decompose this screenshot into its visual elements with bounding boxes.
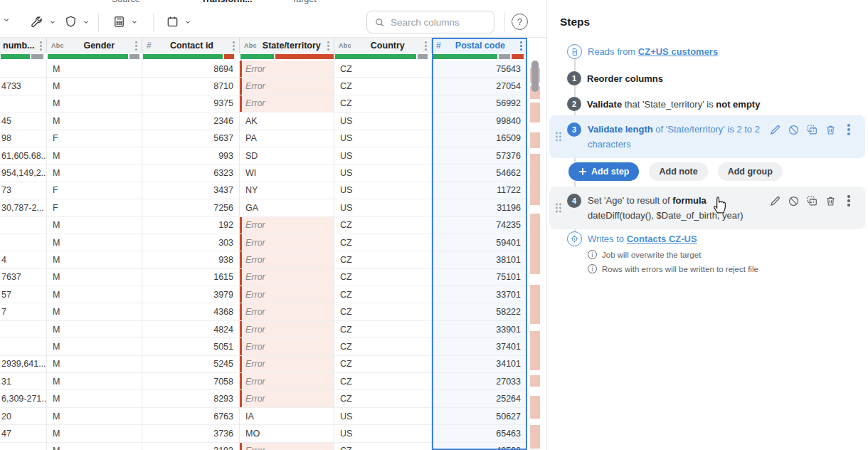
cell-State/territory[interactable]: Error <box>240 95 334 112</box>
cell-numb...[interactable]: 20 <box>0 408 47 425</box>
cell-Postal code[interactable]: 40502 <box>432 443 527 450</box>
duplicate-icon[interactable] <box>805 123 818 136</box>
cell-Country[interactable]: CZ <box>334 78 432 95</box>
cell-Country[interactable]: US <box>334 112 432 130</box>
cell-Gender[interactable]: M <box>47 95 142 112</box>
disable-icon[interactable] <box>787 123 800 136</box>
cell-Postal code[interactable]: 56992 <box>432 95 527 112</box>
cell-numb...[interactable]: 61,605.68... <box>0 147 47 164</box>
cell-Contact id[interactable]: 5051 <box>142 338 240 355</box>
cell-State/territory[interactable]: Error <box>240 373 334 390</box>
cell-Contact id[interactable]: 192 <box>142 217 240 234</box>
cell-State/territory[interactable]: AK <box>240 112 334 130</box>
delete-icon[interactable] <box>824 194 837 207</box>
cell-Gender[interactable]: M <box>47 390 142 407</box>
cell-State/territory[interactable]: Error <box>240 251 334 268</box>
cell-numb...[interactable] <box>0 338 47 355</box>
source-link[interactable]: CZ+US customers <box>638 46 718 57</box>
column-header-numb...[interactable]: numb... <box>0 38 47 53</box>
disable-icon[interactable] <box>787 194 800 207</box>
cell-State/territory[interactable]: Error <box>240 303 334 320</box>
cell-State/territory[interactable]: WI <box>240 164 334 182</box>
cell-Gender[interactable]: M <box>47 147 142 164</box>
help-button[interactable]: ? <box>512 14 528 30</box>
cell-Gender[interactable]: M <box>47 303 142 320</box>
step-write-target[interactable]: Writes to Contacts CZ-US <box>567 231 697 246</box>
step-item-2[interactable]: 2 Validate that 'State_territory' is not… <box>567 97 760 111</box>
cell-Contact id[interactable]: 4824 <box>142 321 240 338</box>
cell-numb...[interactable] <box>0 61 47 78</box>
cell-Postal code[interactable]: 75643 <box>432 61 527 78</box>
cell-Country[interactable]: US <box>334 182 432 199</box>
delete-icon[interactable] <box>824 123 837 136</box>
cell-State/territory[interactable]: GA <box>240 199 334 216</box>
add-note-button[interactable]: Add note <box>649 162 707 181</box>
cell-Contact id[interactable]: 7058 <box>142 373 240 390</box>
chevron-down-icon[interactable] <box>1 15 11 25</box>
cell-Country[interactable]: CZ <box>334 286 432 303</box>
cell-State/territory[interactable]: Error <box>240 356 334 373</box>
cell-State/territory[interactable]: IA <box>240 408 334 425</box>
cell-Country[interactable]: CZ <box>334 95 432 112</box>
cell-Postal code[interactable]: 58222 <box>432 303 527 320</box>
add-step-button[interactable]: Add step <box>568 162 639 181</box>
cell-State/territory[interactable]: Error <box>240 443 334 450</box>
cell-Contact id[interactable]: 938 <box>142 251 240 268</box>
cell-Contact id[interactable]: 7256 <box>142 199 240 216</box>
cell-Postal code[interactable]: 37401 <box>432 338 527 355</box>
cell-numb...[interactable]: 45 <box>0 112 47 130</box>
cell-Country[interactable]: CZ <box>334 373 432 390</box>
cell-Gender[interactable]: M <box>47 251 142 268</box>
column-menu-icon[interactable] <box>517 41 524 51</box>
cell-Postal code[interactable]: 31196 <box>432 199 527 216</box>
cell-Postal code[interactable]: 99840 <box>432 112 527 130</box>
validation-menu-button[interactable] <box>64 15 90 28</box>
add-group-button[interactable]: Add group <box>718 162 783 181</box>
cell-numb...[interactable]: 6,309-271... <box>0 390 47 407</box>
cell-Country[interactable]: CZ <box>334 338 432 355</box>
cell-numb...[interactable]: 4 <box>0 251 47 268</box>
cell-numb...[interactable]: 31 <box>0 373 47 390</box>
cell-numb...[interactable] <box>0 443 47 450</box>
cell-Postal code[interactable]: 33901 <box>432 321 527 338</box>
cell-numb...[interactable]: 2939,641... <box>0 356 47 373</box>
cell-Gender[interactable]: M <box>47 78 142 95</box>
cell-Postal code[interactable]: 11722 <box>432 182 527 199</box>
cell-Country[interactable]: US <box>334 408 432 425</box>
cell-Gender[interactable]: M <box>47 408 142 425</box>
cell-Country[interactable]: CZ <box>334 443 432 450</box>
column-header-Gender[interactable]: AbcGender <box>47 38 142 53</box>
cell-Gender[interactable]: M <box>47 321 142 338</box>
cell-numb...[interactable]: 47 <box>0 425 47 442</box>
cell-Country[interactable]: US <box>334 147 432 164</box>
tools-menu-button[interactable] <box>30 15 57 29</box>
cell-State/territory[interactable]: Error <box>240 269 334 286</box>
cell-State/territory[interactable]: NY <box>240 182 334 199</box>
cell-Postal code[interactable]: 50627 <box>432 408 527 425</box>
cell-Gender[interactable]: M <box>47 269 142 286</box>
cell-Postal code[interactable]: 59401 <box>432 234 527 251</box>
column-menu-icon[interactable] <box>324 41 332 51</box>
cell-Postal code[interactable]: 25264 <box>432 390 527 407</box>
cell-Postal code[interactable]: 27033 <box>432 373 527 390</box>
cell-numb...[interactable]: 98 <box>0 130 47 147</box>
cell-Gender[interactable]: F <box>47 182 142 199</box>
nav-target-label[interactable]: Target <box>292 0 317 4</box>
column-header-Contact id[interactable]: #Contact id <box>142 38 240 53</box>
date-menu-button[interactable] <box>166 15 192 28</box>
grid-scrollbar[interactable] <box>530 61 541 450</box>
cell-numb...[interactable] <box>0 321 47 338</box>
cell-Contact id[interactable]: 2346 <box>142 112 240 130</box>
cell-numb...[interactable] <box>0 234 47 251</box>
cell-Postal code[interactable]: 34101 <box>432 356 527 373</box>
cell-Contact id[interactable]: 8710 <box>142 78 240 95</box>
cell-Postal code[interactable]: 74235 <box>432 217 527 234</box>
cell-Gender[interactable]: M <box>47 217 142 234</box>
cell-Contact id[interactable]: 8694 <box>142 61 240 78</box>
column-menu-icon[interactable] <box>132 41 139 51</box>
target-link[interactable]: Contacts CZ-US <box>627 234 697 244</box>
cell-Postal code[interactable]: 75101 <box>432 269 527 286</box>
cell-Contact id[interactable]: 5637 <box>142 130 240 147</box>
scrollbar-thumb[interactable] <box>531 61 539 92</box>
column-header-Country[interactable]: AbcCountry <box>334 38 432 53</box>
